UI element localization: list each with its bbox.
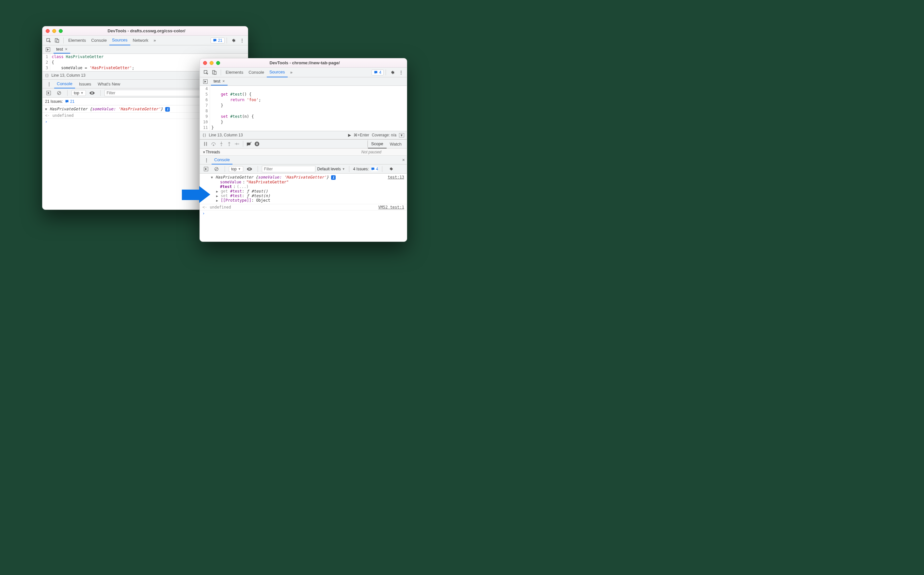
drawer-tab-console[interactable]: Console: [212, 156, 232, 164]
close-tab-icon[interactable]: ×: [223, 79, 225, 84]
sidebar-toggle-icon[interactable]: [45, 89, 53, 97]
expand-triangle-icon[interactable]: ▼: [211, 175, 214, 179]
close-button[interactable]: [203, 61, 207, 65]
run-snippet-icon[interactable]: [44, 45, 52, 54]
watch-tab[interactable]: Watch: [386, 140, 405, 148]
svg-point-15: [229, 145, 230, 146]
step-icon[interactable]: [233, 140, 241, 148]
drawer-tab-whatsnew[interactable]: What's New: [95, 80, 123, 88]
issues-count-badge[interactable]: 4: [371, 167, 379, 172]
scope-tab[interactable]: Scope: [368, 140, 386, 148]
drawer-tab-console[interactable]: Console: [54, 79, 75, 89]
live-expression-icon[interactable]: [88, 89, 96, 97]
settings-icon[interactable]: [229, 36, 237, 45]
prop-get-test[interactable]: ▶ get #test: ƒ #test(): [200, 189, 407, 194]
code-editor[interactable]: 4 5 6 7 8 9 10 11 get #test() { return '…: [200, 86, 407, 131]
pause-icon[interactable]: [202, 140, 210, 148]
collapse-icon[interactable]: ▼: [399, 133, 404, 137]
live-expression-icon[interactable]: [245, 165, 254, 173]
inspect-icon[interactable]: [45, 36, 53, 45]
run-shortcut: ⌘+Enter: [354, 133, 369, 137]
step-over-icon[interactable]: [210, 140, 218, 148]
traffic-lights: [46, 29, 63, 33]
more-tabs-icon[interactable]: »: [288, 68, 295, 77]
issues-count-badge[interactable]: 21: [65, 99, 75, 104]
minimize-button[interactable]: [52, 29, 56, 33]
drawer-menu-icon[interactable]: ⋮: [45, 79, 53, 88]
maximize-button[interactable]: [216, 61, 220, 65]
console-toolbar: top▼ Default levels▼ 4 Issues: 4: [200, 164, 407, 174]
titlebar: DevTools - chrome://new-tab-page/: [200, 59, 407, 68]
file-tab-test[interactable]: test×: [211, 77, 227, 86]
messages-badge[interactable]: 4: [372, 70, 384, 75]
close-tab-icon[interactable]: ×: [65, 47, 68, 52]
prop-prototype[interactable]: ▶ [[Prototype]]: Object: [200, 198, 407, 204]
tab-elements[interactable]: Elements: [66, 36, 89, 45]
info-icon[interactable]: i: [165, 107, 170, 111]
console-row-undefined: <· undefined VM52 test:1: [200, 204, 407, 210]
tab-sources[interactable]: Sources: [110, 35, 130, 45]
play-icon[interactable]: ▶: [348, 133, 351, 137]
editor-statusbar: {} Line 13, Column 13 ▶ ⌘+Enter Coverage…: [200, 131, 407, 139]
tab-elements[interactable]: Elements: [223, 68, 246, 77]
svg-rect-19: [256, 143, 257, 145]
clear-console-icon[interactable]: [55, 89, 64, 97]
messages-badge[interactable]: 21: [211, 38, 225, 43]
deactivate-breakpoints-icon[interactable]: [245, 140, 253, 148]
console-row-object-header[interactable]: ▼ HasPrivateGetter {someValue: 'HasPriva…: [200, 174, 407, 180]
svg-rect-2: [57, 40, 59, 43]
main-toolbar: Elements Console Sources » 4 ⋮: [200, 68, 407, 77]
expand-triangle-icon[interactable]: ▼: [45, 107, 48, 111]
svg-line-23: [215, 168, 218, 170]
kebab-menu-icon[interactable]: ⋮: [237, 36, 246, 45]
run-snippet-icon[interactable]: [201, 77, 210, 86]
svg-point-14: [221, 145, 222, 146]
drawer-menu-icon[interactable]: ⋮: [202, 156, 210, 164]
device-icon[interactable]: [53, 36, 61, 45]
prop-set-test[interactable]: ▶ set #test: ƒ #test(n): [200, 194, 407, 198]
more-tabs-icon[interactable]: »: [151, 36, 158, 45]
inspect-icon[interactable]: [202, 68, 210, 77]
source-link[interactable]: test:13: [388, 175, 404, 179]
close-button[interactable]: [46, 29, 49, 33]
console-prompt[interactable]: ›: [200, 210, 407, 216]
pause-on-exceptions-icon[interactable]: [253, 140, 261, 148]
svg-point-13: [213, 145, 214, 146]
threads-bar[interactable]: ▼ Threads Not paused: [200, 148, 407, 156]
minimize-button[interactable]: [210, 61, 213, 65]
expand-triangle-icon: ▶: [216, 198, 219, 202]
levels-selector[interactable]: Default levels▼: [317, 167, 345, 172]
expand-triangle-icon[interactable]: ▼: [202, 150, 206, 154]
input-arrow-icon: ›: [202, 211, 206, 216]
format-icon[interactable]: {}: [45, 73, 49, 78]
tab-sources[interactable]: Sources: [267, 67, 288, 77]
prop-test-accessor[interactable]: #test: (...): [200, 184, 407, 189]
context-selector[interactable]: top▼: [229, 166, 243, 172]
close-drawer-icon[interactable]: ×: [400, 157, 407, 162]
drawer-tab-issues[interactable]: Issues: [76, 80, 94, 88]
source-link[interactable]: VM52 test:1: [379, 205, 404, 210]
prop-somevalue[interactable]: someValue: "HasPrivateGetter": [200, 180, 407, 184]
filter-input[interactable]: [262, 166, 315, 172]
tab-console[interactable]: Console: [246, 68, 267, 77]
step-into-icon[interactable]: [218, 140, 225, 148]
settings-icon[interactable]: [388, 68, 396, 77]
console-settings-icon[interactable]: [386, 165, 395, 173]
maximize-button[interactable]: [59, 29, 63, 33]
kebab-menu-icon[interactable]: ⋮: [396, 68, 405, 77]
coverage-label: Coverage: n/a: [372, 133, 396, 137]
step-out-icon[interactable]: [225, 140, 233, 148]
console-output: ▼ HasPrivateGetter {someValue: 'HasPriva…: [200, 174, 407, 217]
context-selector[interactable]: top▼: [72, 90, 86, 96]
clear-console-icon[interactable]: [212, 165, 221, 173]
format-icon[interactable]: {}: [202, 133, 206, 138]
info-icon[interactable]: i: [331, 175, 336, 180]
svg-rect-12: [206, 142, 207, 146]
tab-console[interactable]: Console: [89, 36, 110, 45]
line-gutter: 4 5 6 7 8 9 10 11: [200, 86, 210, 131]
sidebar-toggle-icon[interactable]: [202, 165, 210, 173]
file-tab-test[interactable]: test×: [54, 45, 70, 54]
device-icon[interactable]: [210, 68, 219, 77]
drawer-tab-bar: ⋮ Console ×: [200, 156, 407, 164]
tab-network[interactable]: Network: [130, 36, 151, 45]
